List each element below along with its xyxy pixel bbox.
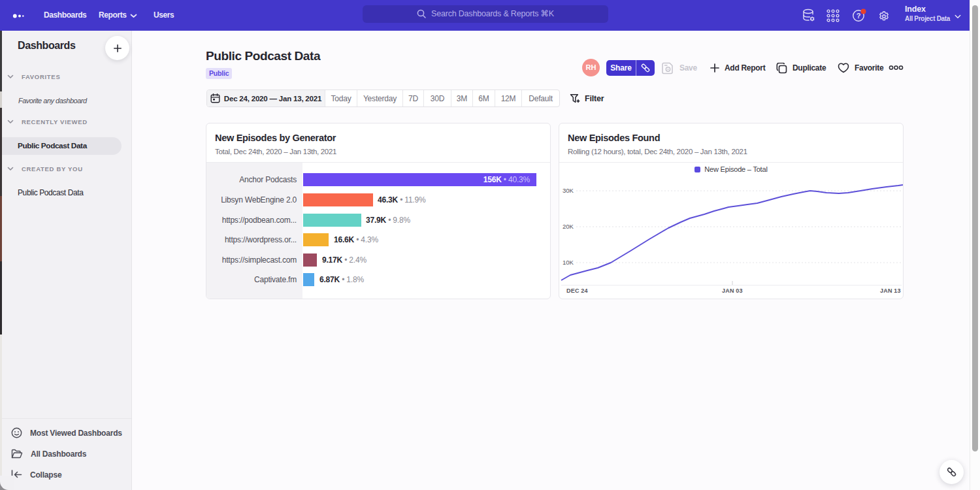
svg-text:?: ? xyxy=(857,12,861,20)
